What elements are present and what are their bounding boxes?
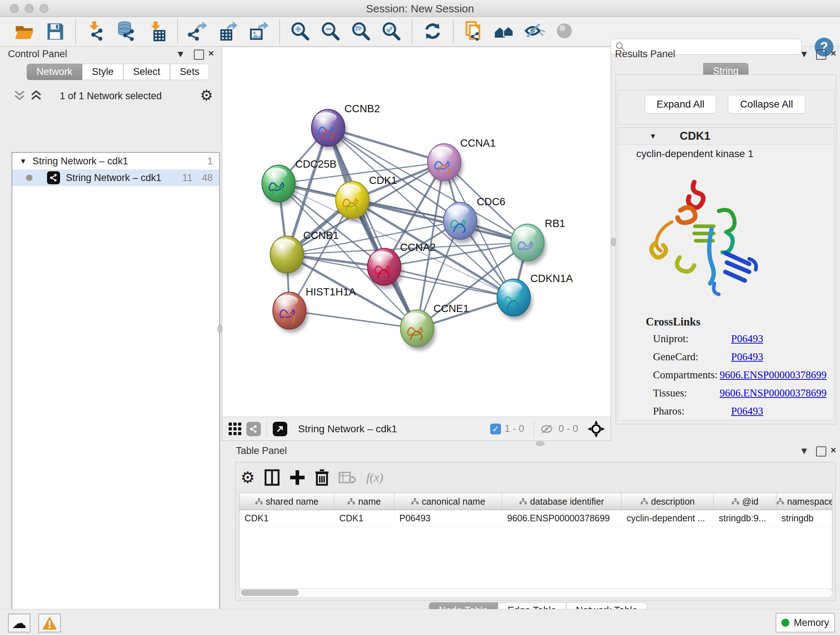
first-neighbors-icon	[493, 21, 515, 42]
column-header-canonical-name[interactable]: canonical name	[394, 493, 502, 510]
zoom-in-button[interactable]	[287, 19, 313, 44]
crosslink-row: Pharos: P06493	[653, 405, 827, 417]
column-tree-icon	[519, 498, 527, 505]
network-label: String Network – cdk1	[66, 172, 161, 184]
table-panel-menu-icon[interactable]: ▼	[799, 446, 809, 455]
table-scrollbar-thumb[interactable]	[241, 589, 299, 596]
column-header-shared-name[interactable]: shared name	[240, 493, 334, 510]
left-splitter-handle[interactable]	[218, 325, 223, 333]
crosslinks-heading: CrossLinks	[646, 315, 700, 328]
network-options-gear-icon[interactable]: ⚙	[200, 87, 213, 103]
network-row[interactable]: String Network – cdk1 11 48	[12, 169, 219, 186]
crosslink-link[interactable]: 9606.ENSP00000378699	[720, 369, 827, 381]
column-tree-icon	[731, 498, 739, 505]
table-panel-close-icon[interactable]: ×	[831, 445, 836, 455]
new-network-from-selection-icon	[463, 21, 485, 42]
node-label-RB1: RB1	[545, 218, 565, 229]
zoom-selected-region-icon	[381, 21, 402, 42]
warnings-button[interactable]	[38, 614, 61, 632]
first-neighbors-button[interactable]	[492, 19, 517, 44]
birds-eye-view-icon[interactable]	[229, 423, 241, 435]
export-network-button[interactable]	[186, 19, 211, 44]
selected-count-checkbox-icon[interactable]: ✓	[490, 424, 501, 434]
table-cell: CDK1	[334, 510, 394, 526]
network-collection-row[interactable]: ▼ String Network – cdk1 1	[12, 153, 219, 169]
crosslink-link[interactable]: P06493	[731, 333, 763, 345]
table-horizontal-scrollbar[interactable]	[239, 588, 832, 598]
fit-selected-crosshair-icon[interactable]	[587, 420, 606, 439]
zoom-in-icon	[289, 21, 311, 42]
import-table-from-file-button[interactable]	[144, 19, 170, 44]
results-panel-menu-icon[interactable]: ▼	[799, 49, 809, 59]
node-label-CCNA2: CCNA2	[400, 241, 436, 253]
new-network-from-selection-button[interactable]	[461, 19, 486, 44]
import-network-from-database-icon	[116, 21, 137, 42]
import-network-from-database-button[interactable]	[114, 19, 139, 44]
crosslink-link[interactable]: 9606.ENSP00000378699	[720, 387, 827, 399]
window-title: Session: New Session	[0, 3, 840, 15]
column-header-description[interactable]: description	[622, 493, 714, 510]
show-all-button[interactable]	[553, 19, 578, 44]
string-network-icon	[47, 171, 60, 184]
collection-label: String Network – cdk1	[33, 156, 128, 167]
collection-expander-icon[interactable]: ▼	[19, 157, 27, 165]
table-options-gear-icon[interactable]: ⚙	[240, 468, 255, 486]
zoom-fit-content-button[interactable]	[348, 19, 374, 44]
column-header--id[interactable]: @id	[714, 493, 776, 510]
cloud-button[interactable]: ☁	[8, 614, 30, 632]
control-panel-tabs: Network Style Select Sets	[27, 64, 209, 80]
export-table-button[interactable]	[216, 19, 241, 44]
table-panel-body: ⚙ f(x) shared name name	[235, 462, 836, 601]
tab-select[interactable]: Select	[123, 64, 170, 80]
control-panel: Control Panel ▼ × Network Style Select S…	[3, 46, 218, 604]
collection-count: 1	[207, 156, 213, 167]
hidden-counts: 0 - 0	[559, 423, 578, 434]
table-cell: stringdb:9...	[714, 510, 776, 526]
table-panel-float-icon[interactable]	[816, 447, 826, 456]
column-header-namespace[interactable]: namespace	[776, 493, 832, 510]
control-panel-float-icon[interactable]	[194, 50, 204, 60]
tab-network[interactable]: Network	[27, 64, 82, 80]
network-view-panel: CCNB2CCNA1CDC25BCDK1CDC6RB1CCNB1CCNA2CDK…	[222, 47, 611, 441]
function-builder-icon: f(x)	[366, 470, 383, 485]
open-file-button[interactable]	[12, 19, 37, 44]
tab-sets[interactable]: Sets	[170, 64, 209, 80]
zoom-out-button[interactable]	[318, 19, 343, 44]
show-all-icon	[554, 21, 576, 42]
table-row[interactable]: CDK1CDK1P064939606.ENSP00000378699cyclin…	[240, 510, 832, 526]
table-cell: cyclin-dependent ...	[622, 510, 714, 526]
column-header-database-identifier[interactable]: database identifier	[502, 493, 622, 510]
column-tree-icon	[411, 498, 419, 505]
protein-expander-icon[interactable]: ▼	[649, 132, 657, 141]
network-selection-status: 1 of 1 Network selected	[3, 90, 218, 102]
memory-status-dot-icon	[782, 619, 789, 627]
results-panel-close-icon[interactable]: ×	[831, 49, 836, 58]
tab-style[interactable]: Style	[82, 64, 123, 80]
export-image-button[interactable]	[246, 19, 272, 44]
node-label-HIST1H1A: HIST1H1A	[306, 286, 356, 298]
column-header-name[interactable]: name	[334, 493, 394, 510]
control-panel-menu-icon[interactable]: ▼	[176, 49, 185, 59]
memory-button[interactable]: Memory	[775, 613, 835, 632]
string-badge-icon	[246, 422, 261, 436]
collapse-all-button[interactable]: Collapse All	[728, 95, 805, 114]
network-node-count: 11	[182, 172, 193, 184]
expand-all-button[interactable]: Expand All	[645, 95, 716, 114]
import-network-from-file-button[interactable]	[84, 19, 109, 44]
hide-selected-button[interactable]	[522, 19, 547, 44]
column-tree-icon	[640, 498, 648, 505]
crosslink-link[interactable]: P06493	[731, 351, 763, 363]
crosslink-link[interactable]: P06493	[731, 405, 763, 417]
create-column-plus-icon[interactable]	[289, 470, 305, 486]
warning-icon	[42, 616, 57, 630]
hidden-eye-icon	[540, 424, 555, 434]
zoom-selected-region-button[interactable]	[379, 19, 404, 44]
delete-column-trash-icon[interactable]	[315, 469, 329, 486]
control-panel-close-icon[interactable]: ×	[208, 49, 214, 58]
network-canvas[interactable]: CCNB2CCNA1CDC25BCDK1CDC6RB1CCNB1CCNA2CDK…	[222, 47, 611, 417]
show-columns-icon[interactable]	[264, 469, 280, 486]
results-panel-float-icon[interactable]	[816, 50, 826, 60]
save-session-button[interactable]	[42, 19, 68, 44]
open-in-browser-icon[interactable]	[273, 422, 287, 436]
refresh-network-button[interactable]	[420, 19, 445, 44]
